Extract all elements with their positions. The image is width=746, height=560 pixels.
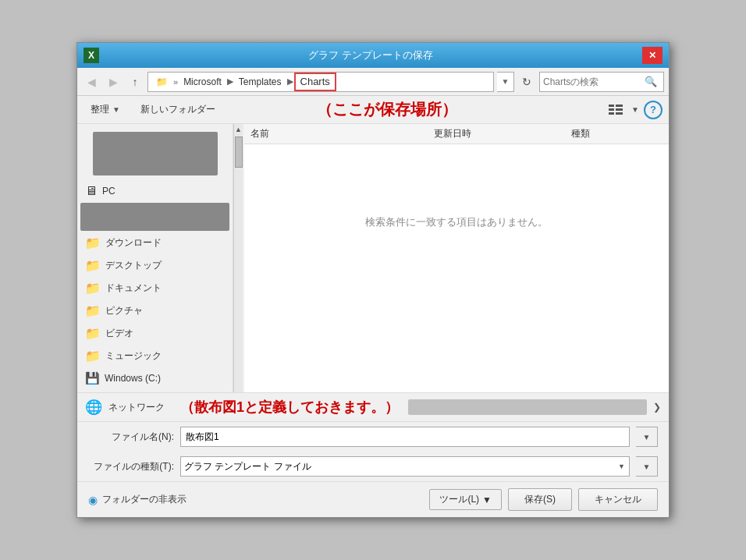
svg-rect-5 bbox=[616, 112, 623, 115]
folder-toggle-label: フォルダーの非表示 bbox=[102, 493, 186, 506]
network-placeholder bbox=[408, 399, 647, 415]
folder-icon-videos: 📁 bbox=[85, 326, 101, 341]
sidebar-container: 🖥 PC 📁 ダウンロード 📁 デスクトップ 📁 ドキュメント bbox=[77, 124, 244, 392]
sidebar-item-documents[interactable]: 📁 ドキュメント bbox=[77, 277, 233, 299]
svg-rect-1 bbox=[616, 105, 623, 107]
folder-icon-desktop: 📁 bbox=[85, 258, 101, 273]
sidebar-pc-label: PC bbox=[102, 186, 115, 197]
tools-button[interactable]: ツール(L) ▼ bbox=[429, 489, 502, 510]
organize-label: 整理 bbox=[91, 103, 109, 116]
sidebar-label-documents: ドキュメント bbox=[105, 282, 162, 295]
view-button[interactable] bbox=[605, 101, 627, 119]
sidebar-item-videos[interactable]: 📁 ビデオ bbox=[77, 322, 233, 345]
svg-rect-4 bbox=[609, 112, 614, 115]
tools-dropdown-icon: ▼ bbox=[482, 494, 492, 505]
view-dropdown-icon[interactable]: ▼ bbox=[631, 105, 639, 114]
filename-row: ファイル名(N): ▼ bbox=[77, 422, 669, 452]
title-bar-buttons: ✕ bbox=[642, 47, 663, 64]
sidebar-label-videos: ビデオ bbox=[105, 327, 133, 340]
scroll-up-arrow[interactable]: ▲ bbox=[234, 124, 243, 135]
folder-toggle-icon: ◉ bbox=[88, 494, 98, 506]
dialog-window: X グラフ テンプレートの保存 ✕ ◀ ▶ ↑ 📁 » Microsoft ▶ … bbox=[76, 42, 670, 518]
folder-toggle-button[interactable]: ◉ フォルダーの非表示 bbox=[88, 493, 186, 506]
view-icon bbox=[609, 105, 623, 115]
col-header-type[interactable]: 種類 bbox=[571, 127, 663, 140]
sidebar-scrollbar: ▲ bbox=[233, 124, 243, 392]
network-expand-icon[interactable]: ❯ bbox=[653, 402, 661, 413]
organize-button[interactable]: 整理 ▼ bbox=[83, 100, 127, 119]
close-button[interactable]: ✕ bbox=[642, 47, 663, 64]
sidebar-label-download: ダウンロード bbox=[105, 236, 162, 250]
folder-icon-download: 📁 bbox=[85, 236, 101, 250]
organize-dropdown-icon: ▼ bbox=[112, 105, 120, 114]
back-button[interactable]: ◀ bbox=[82, 73, 101, 91]
path-segment-charts[interactable]: Charts bbox=[294, 73, 336, 91]
col-header-date[interactable]: 更新日時 bbox=[434, 127, 571, 140]
scroll-thumb[interactable] bbox=[235, 136, 243, 168]
drive-icon-windows: 💾 bbox=[85, 371, 100, 385]
sidebar-label-windows: Windows (C:) bbox=[105, 373, 161, 384]
filetype-label: ファイルの種類(T): bbox=[88, 460, 174, 473]
address-bar: ◀ ▶ ↑ 📁 » Microsoft ▶ Templates ▶ Charts… bbox=[77, 68, 669, 96]
main-area: 🖥 PC 📁 ダウンロード 📁 デスクトップ 📁 ドキュメント bbox=[77, 124, 669, 392]
toolbar-right: ▼ ? bbox=[605, 101, 663, 119]
filename-label: ファイル名(N): bbox=[88, 431, 174, 444]
tools-label: ツール(L) bbox=[439, 493, 479, 506]
network-label[interactable]: ネットワーク bbox=[108, 401, 165, 414]
filetype-dropdown-button[interactable]: ▼ bbox=[636, 456, 658, 477]
sidebar-label-desktop: デスクトップ bbox=[105, 259, 162, 272]
forward-button[interactable]: ▶ bbox=[104, 73, 123, 91]
path-segment-templates[interactable]: Templates bbox=[234, 73, 286, 91]
action-bar: ◉ フォルダーの非表示 ツール(L) ▼ 保存(S) キャンセル bbox=[77, 481, 669, 517]
sidebar-item-music[interactable]: 📁 ミュージック bbox=[77, 345, 233, 367]
folder-icon-documents: 📁 bbox=[85, 281, 101, 296]
path-sep-3: ▶ bbox=[286, 76, 294, 87]
filetype-select-wrapper: グラフ テンプレート ファイル bbox=[180, 456, 630, 477]
col-header-name[interactable]: 名前 bbox=[250, 127, 434, 140]
up-button[interactable]: ↑ bbox=[126, 73, 144, 91]
new-folder-button[interactable]: 新しいフォルダー bbox=[133, 100, 222, 119]
cancel-button[interactable]: キャンセル bbox=[578, 488, 658, 511]
path-segment-folder-icon[interactable]: 📁 bbox=[151, 73, 172, 91]
toolbar-annotation: （ここが保存場所） bbox=[317, 99, 457, 120]
excel-icon: X bbox=[83, 48, 99, 63]
filetype-row: ファイルの種類(T): グラフ テンプレート ファイル ▼ bbox=[77, 452, 669, 481]
title-bar: X グラフ テンプレートの保存 ✕ bbox=[77, 43, 669, 68]
sidebar-label-music: ミュージック bbox=[105, 349, 162, 363]
svg-rect-0 bbox=[609, 105, 614, 107]
filename-input[interactable] bbox=[180, 427, 630, 447]
help-button[interactable]: ? bbox=[644, 101, 663, 119]
network-icon: 🌐 bbox=[85, 399, 102, 416]
sidebar-item-pictures[interactable]: 📁 ピクチャ bbox=[77, 299, 233, 322]
file-list-header: 名前 更新日時 種類 bbox=[244, 124, 669, 144]
save-button[interactable]: 保存(S) bbox=[508, 488, 572, 511]
svg-rect-2 bbox=[609, 108, 614, 111]
title-bar-title: グラフ テンプレートの保存 bbox=[99, 48, 642, 62]
bottom-area: 🌐 ネットワーク （散布図1と定義しておきます。） ❯ ファイル名(N): ▼ … bbox=[77, 392, 669, 517]
path-segment-microsoft[interactable]: Microsoft bbox=[179, 73, 226, 91]
filename-dropdown-button[interactable]: ▼ bbox=[636, 427, 658, 447]
search-box: 🔍 bbox=[539, 72, 664, 92]
address-dropdown-button[interactable]: ▼ bbox=[497, 72, 514, 92]
sidebar-item-desktop[interactable]: 📁 デスクトップ bbox=[77, 254, 233, 277]
path-sep-1: » bbox=[172, 77, 179, 87]
network-annotation: （散布図1と定義しておきます。） bbox=[180, 398, 399, 416]
sidebar-favorite-placeholder bbox=[93, 132, 218, 175]
path-sep-2: ▶ bbox=[226, 76, 234, 87]
folder-icon-music: 📁 bbox=[85, 349, 101, 363]
title-bar-left: X bbox=[83, 48, 99, 63]
filetype-select[interactable]: グラフ テンプレート ファイル bbox=[180, 456, 630, 477]
sidebar-item-windows[interactable]: 💾 Windows (C:) bbox=[77, 367, 233, 389]
toolbar: 整理 ▼ 新しいフォルダー （ここが保存場所） ▼ ? bbox=[77, 96, 669, 124]
file-list-empty-message: 検索条件に一致する項目はありません。 bbox=[244, 144, 669, 300]
action-buttons: ツール(L) ▼ 保存(S) キャンセル bbox=[429, 488, 658, 511]
sidebar-label-pictures: ピクチャ bbox=[105, 304, 143, 317]
refresh-button[interactable]: ↻ bbox=[517, 73, 536, 91]
sidebar-item-download[interactable]: 📁 ダウンロード bbox=[77, 232, 233, 254]
search-input[interactable] bbox=[543, 76, 645, 87]
folder-icon-pictures: 📁 bbox=[85, 303, 101, 318]
pc-icon: 🖥 bbox=[85, 184, 98, 198]
search-icon[interactable]: 🔍 bbox=[645, 76, 657, 87]
sidebar: 🖥 PC 📁 ダウンロード 📁 デスクトップ 📁 ドキュメント bbox=[77, 124, 233, 392]
new-folder-label: 新しいフォルダー bbox=[140, 103, 215, 116]
